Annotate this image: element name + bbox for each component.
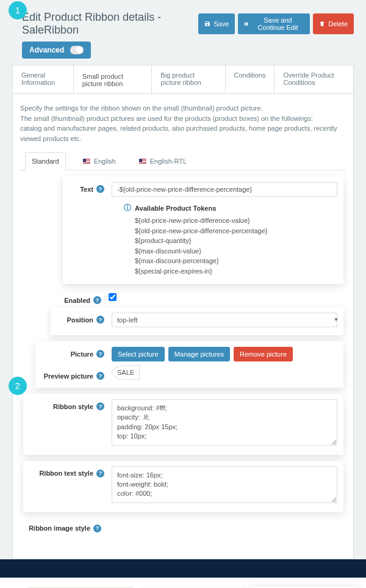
main-tabs: General Information Small product pictur… — [12, 65, 354, 94]
save-button[interactable]: Save — [198, 13, 235, 34]
tokens-title: Available Product Tokens — [124, 203, 337, 213]
hint-icon[interactable]: ? — [93, 524, 101, 532]
ribbon-style-label: Ribbon style ? — [23, 399, 112, 410]
hint-icon[interactable]: ? — [96, 350, 104, 358]
products-panel: CLASSIC STYLE PILLOW ☆☆☆☆☆ $16.00 1 BUY … — [0, 578, 366, 588]
toggle-pill — [70, 46, 84, 54]
enabled-checkbox[interactable] — [109, 293, 117, 301]
advanced-toggle[interactable]: Advanced — [22, 42, 91, 59]
us-flag-icon — [139, 159, 146, 164]
token-item: ${old-price-new-price-difference-percent… — [124, 226, 337, 236]
preview-sale-tag: SALE — [112, 369, 140, 376]
delete-button[interactable]: Delete — [313, 13, 354, 34]
admin-header: Edit Product Ribbon details - SaleRibbon… — [0, 0, 366, 42]
text-input[interactable] — [112, 182, 337, 197]
trash-icon — [319, 21, 325, 27]
us-flag-icon — [83, 159, 90, 164]
remove-picture-button[interactable]: Remove picture — [234, 347, 293, 361]
preview-picture-label: Preview picture ? — [35, 369, 112, 380]
position-select[interactable]: top-left — [112, 313, 337, 327]
tab-general[interactable]: General Information — [13, 65, 74, 93]
ribbon-text-style-label: Ribbon text style ? — [23, 466, 112, 477]
subtab-english[interactable]: English — [77, 152, 122, 170]
tab-big-ribbon[interactable]: Big product picture ribbon — [152, 65, 225, 93]
hint-icon[interactable]: ? — [93, 296, 101, 304]
helper-text: Specify the settings for the ribbon show… — [20, 103, 346, 143]
tab-conditions[interactable]: Conditions — [226, 65, 275, 93]
step-one-badge: 1 — [9, 1, 27, 20]
subtab-english-rtl[interactable]: English-RTL — [133, 152, 193, 170]
token-item: ${old-price-new-price-difference-value} — [124, 216, 337, 226]
enabled-label: Enabled ? — [20, 293, 109, 304]
hint-icon[interactable]: ? — [96, 372, 104, 380]
admin-panel: Edit Product Ribbon details - SaleRibbon… — [0, 0, 366, 559]
ribbon-text-style-textarea[interactable] — [112, 466, 337, 503]
ribbon-style-textarea[interactable] — [112, 399, 337, 446]
subtab-standard[interactable]: Standard — [25, 152, 66, 170]
hint-icon[interactable]: ? — [96, 402, 104, 410]
ribbon-image-style-label: Ribbon image style ? — [20, 521, 109, 532]
step-two-badge: 2 — [9, 377, 27, 395]
tab-override[interactable]: Override Product Conditions — [274, 65, 353, 93]
save-icon — [244, 21, 248, 27]
manage-pictures-button[interactable]: Manage pictures — [168, 347, 230, 361]
save-continue-button[interactable]: Save and Continue Edit — [238, 13, 310, 34]
page-title: Edit Product Ribbon details - SaleRibbon — [22, 11, 198, 37]
picture-label: Picture ? — [35, 347, 112, 358]
language-subtabs: Standard English English-RTL — [20, 152, 346, 170]
tab-small-ribbon[interactable]: Small product picture ribbon — [74, 65, 152, 93]
save-icon — [204, 21, 210, 27]
hint-icon[interactable]: ? — [96, 185, 104, 193]
token-item: ${product-quantity} — [124, 236, 337, 246]
text-label: Text ? — [63, 182, 112, 193]
token-item: ${max-discount-value} — [124, 246, 337, 256]
position-label: Position ? — [51, 313, 112, 324]
token-item: ${max-discount-percentage} — [124, 256, 337, 266]
tab-content: Specify the settings for the ribbon show… — [12, 94, 354, 559]
hint-icon[interactable]: ? — [96, 470, 104, 477]
token-item: ${special-price-expires-in} — [124, 266, 337, 277]
hint-icon[interactable]: ? — [96, 316, 104, 324]
select-picture-button[interactable]: Select picture — [112, 347, 165, 361]
